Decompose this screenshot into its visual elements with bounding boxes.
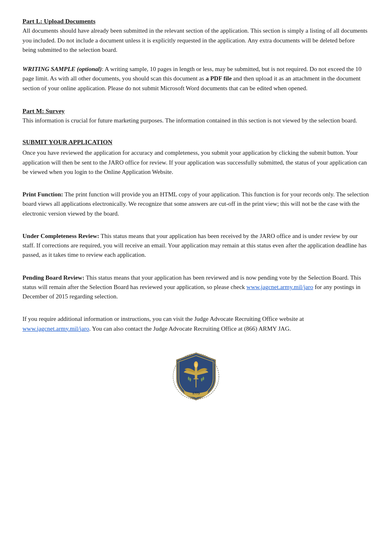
pending-board-para: Pending Board Review: This status means …: [22, 273, 370, 302]
additional-info-para: If you require additional information or…: [22, 314, 370, 334]
submit-section: SUBMIT YOUR APPLICATION Once you have re…: [22, 138, 370, 177]
spacer-2: [22, 100, 370, 106]
additional-info-text2: . You can also contact the Judge Advocat…: [89, 325, 291, 332]
part-l-heading: Part L: Upload Documents: [22, 18, 96, 24]
under-completeness-para: Under Completeness Review: This status m…: [22, 231, 370, 260]
svg-rect-4: [194, 378, 198, 379]
additional-info-text1: If you require additional information or…: [22, 316, 304, 322]
additional-info-section: If you require additional information or…: [22, 314, 370, 334]
spacer-7: [22, 309, 370, 314]
submit-heading: SUBMIT YOUR APPLICATION: [22, 138, 370, 146]
spacer-3: [22, 133, 370, 138]
part-m-para1: This information is crucial for future m…: [22, 117, 357, 124]
under-completeness-section: Under Completeness Review: This status m…: [22, 231, 370, 260]
svg-rect-0: [195, 366, 197, 378]
jag-badge: 1775: [169, 350, 223, 403]
part-m-heading-para: Part M: Survey This information is cruci…: [22, 106, 370, 126]
pending-board-label: Pending Board Review:: [22, 274, 85, 281]
print-function-para: Print Function: The print function will …: [22, 190, 370, 218]
writing-sample-bold: a PDF file: [206, 75, 232, 82]
print-function-section: Print Function: The print function will …: [22, 190, 370, 218]
part-l-para1: All documents should have already been s…: [22, 27, 368, 53]
part-l-section: Part L: Upload Documents All documents s…: [22, 16, 370, 93]
print-function-text: The print function will provide you an H…: [22, 191, 369, 217]
under-completeness-label: Under Completeness Review:: [22, 233, 99, 239]
part-m-heading: Part M: Survey: [22, 107, 65, 114]
pending-board-link[interactable]: www.jagcnet.army.mil/jaro: [247, 284, 313, 290]
submit-para1: Once you have reviewed the application f…: [22, 148, 370, 177]
spacer-6: [22, 267, 370, 273]
print-function-label: Print Function:: [22, 191, 63, 198]
page-container: Part L: Upload Documents All documents s…: [0, 0, 392, 432]
badge-container: 1775: [22, 350, 370, 403]
svg-rect-3: [196, 378, 196, 387]
spacer-1: [22, 59, 370, 65]
additional-info-link[interactable]: www.jagcnet.army.mil/jaro: [22, 325, 89, 332]
pending-board-section: Pending Board Review: This status means …: [22, 273, 370, 302]
writing-sample-para: WRITING SAMPLE (optional): A writing sam…: [22, 65, 370, 93]
svg-point-2: [195, 363, 197, 367]
spacer-5: [22, 226, 370, 231]
svg-text:1775: 1775: [192, 391, 200, 395]
part-l-heading-para: Part L: Upload Documents All documents s…: [22, 16, 370, 55]
spacer-4: [22, 184, 370, 190]
part-m-section: Part M: Survey This information is cruci…: [22, 106, 370, 126]
writing-sample-label: WRITING SAMPLE (optional): [22, 66, 102, 72]
